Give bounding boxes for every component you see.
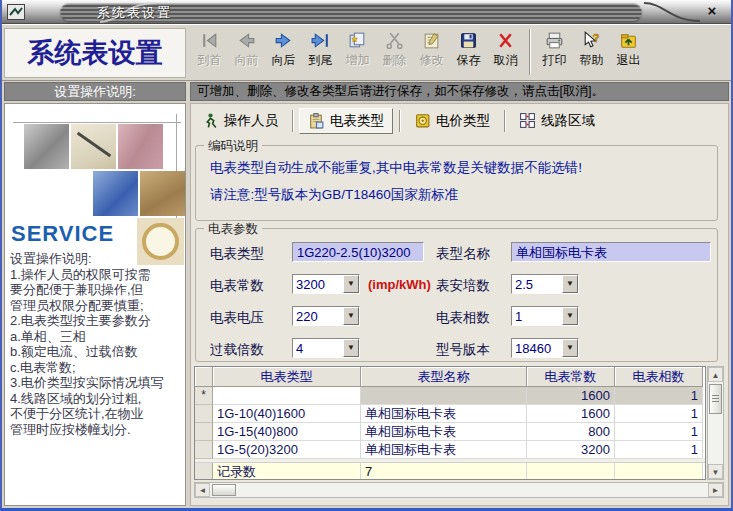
- column-header[interactable]: 电表常数: [527, 367, 615, 387]
- cell-model-name[interactable]: 单相国标电卡表: [361, 405, 527, 423]
- toolbar-button-save[interactable]: 保存: [450, 27, 487, 78]
- cell-phases[interactable]: 1: [615, 441, 703, 459]
- chevron-down-icon[interactable]: ▼: [562, 339, 578, 357]
- cell-meter-type[interactable]: 1G-5(20)3200: [213, 441, 361, 459]
- toolbar-button-add[interactable]: 增加: [339, 27, 376, 78]
- tab-meter-type[interactable]: 电表类型: [299, 108, 393, 134]
- table-row[interactable]: 1G-5(20)3200 单相国标电卡表 3200 1: [195, 441, 705, 459]
- coding-note-group: 编码说明 电表类型自动生成不能重复,其中电表常数是关键数据不能选错! 请注意:型…: [195, 145, 718, 221]
- tab-label: 电价类型: [436, 112, 490, 130]
- window-title: 系统表设置: [97, 4, 172, 22]
- toolbar-button-prev[interactable]: 向前: [228, 27, 265, 78]
- overload-label: 过载倍数: [210, 341, 264, 359]
- edit-note-icon: [421, 30, 442, 51]
- toolbar-button-help[interactable]: ? 帮助: [573, 27, 610, 78]
- sidebar: SERVICE 设置操作说明: 1.操作人员的权限可按需 要分配便于兼职操作,但…: [4, 103, 186, 506]
- scroll-left-icon[interactable]: ◄: [195, 483, 210, 497]
- close-button[interactable]: ×: [703, 3, 721, 20]
- tab-price-type[interactable]: 电价类型: [406, 109, 498, 133]
- toolbar-button-exit[interactable]: 退出: [610, 27, 647, 78]
- record-count-row: 记录数 7: [195, 463, 705, 480]
- column-header[interactable]: 表型名称: [361, 367, 527, 387]
- page-title: 系统表设置: [4, 28, 186, 78]
- row-indicator: [195, 463, 213, 480]
- first-record-icon: [199, 30, 220, 51]
- cell-meter-constant[interactable]: 1600: [527, 405, 615, 423]
- cell-model-name[interactable]: 单相国标电卡表: [361, 441, 527, 459]
- row-indicator: [195, 441, 213, 459]
- toolbar-label: 取消: [494, 52, 518, 69]
- table-row[interactable]: 1G-10(40)1600 单相国标电卡表 1600 1: [195, 405, 705, 423]
- meter-type-field[interactable]: 1G220-2.5(10)3200: [292, 242, 424, 262]
- table-row[interactable]: 1G-15(40)800 单相国标电卡表 800 1: [195, 423, 705, 441]
- empty-cell: [527, 463, 615, 480]
- grid-header-row: 电表类型 表型名称 电表常数 电表相数: [195, 367, 705, 387]
- table-row[interactable]: * 1600 1: [195, 387, 705, 405]
- sidebar-header: 设置操作说明:: [4, 82, 186, 101]
- meter-constant-combobox[interactable]: 3200 ▼: [292, 274, 360, 294]
- row-indicator: *: [195, 387, 213, 405]
- toolbar-button-delete[interactable]: 删除: [376, 27, 413, 78]
- chevron-down-icon[interactable]: ▼: [343, 339, 359, 357]
- cell-meter-type[interactable]: [213, 387, 361, 405]
- toolbar-button-print[interactable]: 打印: [536, 27, 573, 78]
- toolbar-button-next[interactable]: 向后: [265, 27, 302, 78]
- service-label: SERVICE: [11, 221, 114, 247]
- horizontal-scroll-thumb[interactable]: [212, 484, 236, 496]
- chevron-down-icon[interactable]: ▼: [562, 275, 578, 293]
- combo-value: 4: [293, 339, 343, 357]
- cell-model-name[interactable]: 单相国标电卡表: [361, 423, 527, 441]
- tab-operators[interactable]: 操作人员: [194, 109, 286, 133]
- operator-person-icon: [202, 112, 219, 129]
- meter-type-grid: 电表类型 表型名称 电表常数 电表相数 * 1600 1 1G-10(40)16…: [194, 366, 706, 480]
- scroll-up-icon[interactable]: ▲: [708, 367, 723, 382]
- column-header[interactable]: 电表类型: [213, 367, 361, 387]
- cell-phases[interactable]: 1: [615, 423, 703, 441]
- delete-scissors-icon: [384, 30, 405, 51]
- cell-meter-constant[interactable]: 3200: [527, 441, 615, 459]
- price-type-book-icon: [414, 112, 431, 129]
- toolbar-button-cancel[interactable]: 取消: [487, 27, 524, 78]
- combo-value: 18460: [512, 339, 562, 357]
- tab-line-area[interactable]: 线路区域: [511, 109, 603, 133]
- titlebar-swoosh-right: [642, 0, 702, 24]
- toolbar-button-modify[interactable]: 修改: [413, 27, 450, 78]
- model-name-field[interactable]: 单相国标电卡表: [511, 242, 711, 262]
- column-header[interactable]: 电表相数: [615, 367, 703, 387]
- voltage-label: 电表电压: [210, 309, 264, 327]
- window: 系统表设置 × 系统表设置 到首 向前 向后 到尾 增加: [0, 0, 733, 511]
- phases-combobox[interactable]: 1 ▼: [511, 306, 579, 326]
- collage-photo-desk: [140, 171, 185, 216]
- scroll-right-icon[interactable]: ►: [708, 483, 723, 497]
- cell-phases[interactable]: 1: [615, 405, 703, 423]
- amperage-combobox[interactable]: 2.5 ▼: [511, 274, 579, 294]
- grid-vertical-scrollbar[interactable]: ▲ ▼: [707, 366, 724, 480]
- toolbar-row: 系统表设置 到首 向前 向后 到尾 增加: [2, 24, 731, 81]
- cell-meter-constant[interactable]: 1600: [527, 387, 615, 405]
- record-count-label: 记录数: [213, 463, 361, 480]
- toolbar-label: 帮助: [580, 52, 604, 69]
- tab-separator: [399, 110, 400, 132]
- overload-combobox[interactable]: 4 ▼: [292, 338, 360, 358]
- toolbar-label: 删除: [383, 52, 407, 69]
- chevron-down-icon[interactable]: ▼: [343, 275, 359, 293]
- vertical-scroll-thumb[interactable]: [709, 384, 722, 414]
- grid-horizontal-scrollbar[interactable]: ◄ ►: [194, 482, 724, 498]
- cell-meter-constant[interactable]: 800: [527, 423, 615, 441]
- toolbar-button-first[interactable]: 到首: [191, 27, 228, 78]
- scroll-down-icon[interactable]: ▼: [708, 464, 723, 479]
- voltage-combobox[interactable]: 220 ▼: [292, 306, 360, 326]
- chevron-down-icon[interactable]: ▼: [562, 307, 578, 325]
- model-version-combobox[interactable]: 18460 ▼: [511, 338, 579, 358]
- meter-type-clipboard-icon: [308, 112, 325, 129]
- chevron-down-icon[interactable]: ▼: [343, 307, 359, 325]
- cell-phases[interactable]: 1: [615, 387, 703, 405]
- main-panel: 操作人员 电表类型 电价类型 线路区域 编码说明 电表类型自动生成不能重复,其中…: [190, 103, 729, 506]
- cell-meter-type[interactable]: 1G-15(40)800: [213, 423, 361, 441]
- cell-model-name[interactable]: [361, 387, 527, 405]
- cell-meter-type[interactable]: 1G-10(40)1600: [213, 405, 361, 423]
- meter-constant-unit: (imp/kWh): [368, 277, 431, 292]
- titlebar: 系统表设置 ×: [2, 0, 731, 24]
- tab-label: 电表类型: [330, 112, 384, 130]
- toolbar-button-last[interactable]: 到尾: [302, 27, 339, 78]
